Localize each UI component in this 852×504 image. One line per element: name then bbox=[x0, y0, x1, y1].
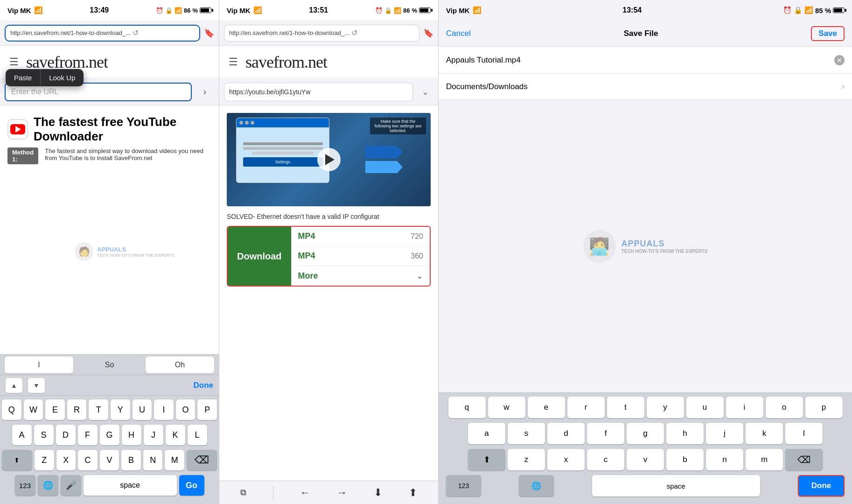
p3-key-x[interactable]: x bbox=[547, 449, 585, 470]
forward-button[interactable]: → bbox=[337, 487, 347, 499]
key-j[interactable]: J bbox=[144, 425, 163, 445]
download-box[interactable]: Download MP4 720 MP4 360 More ⌄ bbox=[227, 226, 431, 287]
paste-popup[interactable]: Paste Look Up bbox=[6, 69, 84, 86]
reload-icon-2[interactable]: ↺ bbox=[351, 28, 357, 37]
directory-chevron-icon[interactable]: › bbox=[842, 82, 845, 91]
cancel-button[interactable]: Cancel bbox=[446, 29, 471, 38]
p3-key-globe[interactable]: 🌐 bbox=[519, 475, 554, 497]
tabs-icon[interactable]: ⧉ bbox=[240, 488, 246, 497]
done-link-1[interactable]: Done bbox=[194, 381, 214, 390]
key-r[interactable]: R bbox=[67, 399, 87, 420]
filename-input[interactable]: Appauls Tutorial.mp4 bbox=[446, 56, 829, 65]
key-go[interactable]: Go bbox=[179, 475, 204, 496]
keyboard-1[interactable]: I So Oh ▲ ▼ Done Q W E R T Y U I O bbox=[0, 354, 219, 504]
reload-icon-1[interactable]: ↺ bbox=[133, 28, 139, 37]
save-button[interactable]: Save bbox=[811, 26, 845, 41]
p3-keyboard[interactable]: q w e r t y u i o p a s d f g h j k bbox=[439, 392, 852, 504]
nav-down-button[interactable]: ▼ bbox=[28, 378, 45, 393]
key-v[interactable]: V bbox=[100, 450, 119, 470]
filename-row[interactable]: Appauls Tutorial.mp4 ✕ bbox=[439, 47, 852, 74]
key-t[interactable]: T bbox=[89, 399, 108, 420]
key-a[interactable]: A bbox=[12, 425, 32, 445]
key-p[interactable]: P bbox=[197, 399, 217, 420]
key-s[interactable]: S bbox=[34, 425, 54, 445]
key-m[interactable]: M bbox=[165, 450, 184, 470]
key-b[interactable]: B bbox=[121, 450, 141, 470]
hamburger-menu-2[interactable]: ☰ bbox=[229, 56, 238, 68]
paste-button[interactable]: Paste bbox=[6, 69, 41, 86]
p2-url-row[interactable]: https://youtu.be/ojfiG1ytuYw ⌄ bbox=[219, 78, 438, 105]
bookmark-icon-1[interactable]: 🔖 bbox=[204, 28, 214, 38]
key-f[interactable]: F bbox=[78, 425, 98, 445]
p3-key-i[interactable]: i bbox=[726, 397, 763, 418]
key-mic[interactable]: 🎤 bbox=[61, 475, 81, 496]
bookmark-icon-2[interactable]: 🔖 bbox=[423, 28, 433, 38]
download-nav-button[interactable]: ⬇ bbox=[374, 487, 382, 499]
p3-key-j[interactable]: j bbox=[706, 423, 743, 444]
p2-nav-bar[interactable]: ⧉ ← → ⬇ ⬆ bbox=[219, 481, 438, 504]
url-arrow-button-1[interactable]: › bbox=[196, 83, 214, 101]
address-bar-2[interactable]: http://en.savefrom.net/1-how-to-download… bbox=[219, 21, 438, 46]
p3-key-y[interactable]: y bbox=[647, 397, 684, 418]
p3-key-n[interactable]: n bbox=[706, 449, 743, 470]
p3-key-h[interactable]: h bbox=[666, 423, 704, 444]
key-q[interactable]: Q bbox=[2, 399, 21, 420]
p3-key-s[interactable]: s bbox=[508, 423, 545, 444]
back-button[interactable]: ← bbox=[300, 487, 310, 499]
key-g[interactable]: G bbox=[100, 425, 119, 445]
key-w[interactable]: W bbox=[24, 399, 43, 420]
p2-url-box[interactable]: https://youtu.be/ojfiG1ytuYw bbox=[224, 83, 413, 101]
suggestion-i[interactable]: I bbox=[5, 357, 73, 373]
download-option-mp4-720[interactable]: MP4 720 bbox=[292, 227, 430, 246]
suggestion-so[interactable]: So bbox=[75, 357, 144, 373]
key-x[interactable]: X bbox=[56, 450, 76, 470]
video-thumbnail[interactable]: Settings Make sure that the following tw… bbox=[227, 113, 431, 206]
play-button[interactable] bbox=[317, 148, 341, 171]
p3-key-t[interactable]: t bbox=[607, 397, 644, 418]
key-u[interactable]: U bbox=[133, 399, 152, 420]
key-delete[interactable]: ⌫ bbox=[187, 450, 217, 470]
key-c[interactable]: C bbox=[78, 450, 98, 470]
key-e[interactable]: E bbox=[45, 399, 65, 420]
directory-row[interactable]: Documents/Downloads › bbox=[439, 74, 852, 100]
p3-key-l[interactable]: l bbox=[785, 423, 823, 444]
key-h[interactable]: H bbox=[122, 425, 141, 445]
p3-key-a[interactable]: a bbox=[468, 423, 505, 444]
download-more-option[interactable]: More ⌄ bbox=[292, 266, 430, 286]
p3-key-delete[interactable]: ⌫ bbox=[785, 449, 823, 470]
download-button[interactable]: Download bbox=[228, 227, 291, 286]
p3-key-c[interactable]: c bbox=[587, 449, 624, 470]
p3-key-q[interactable]: q bbox=[448, 397, 486, 418]
p3-key-b[interactable]: b bbox=[666, 449, 704, 470]
p3-done-button[interactable]: Done bbox=[798, 475, 845, 497]
p3-key-v[interactable]: v bbox=[627, 449, 664, 470]
address-input-2[interactable]: http://en.savefrom.net/1-how-to-download… bbox=[224, 25, 419, 42]
hamburger-menu-1[interactable]: ☰ bbox=[9, 56, 19, 68]
lookup-button[interactable]: Look Up bbox=[41, 69, 84, 86]
key-123[interactable]: 123 bbox=[15, 475, 35, 496]
key-i[interactable]: I bbox=[154, 399, 174, 420]
nav-up-button[interactable]: ▲ bbox=[6, 378, 22, 393]
p3-key-z[interactable]: z bbox=[508, 449, 545, 470]
p3-key-k[interactable]: k bbox=[746, 423, 783, 444]
p3-key-u[interactable]: u bbox=[686, 397, 724, 418]
key-y[interactable]: Y bbox=[111, 399, 130, 420]
p3-key-w[interactable]: w bbox=[488, 397, 525, 418]
address-bar-1[interactable]: http://en.savefrom.net/1-how-to-download… bbox=[0, 21, 219, 46]
key-o[interactable]: O bbox=[176, 399, 196, 420]
p3-key-d[interactable]: d bbox=[547, 423, 585, 444]
p3-key-space[interactable]: space bbox=[592, 475, 760, 497]
p3-key-shift[interactable]: ⬆ bbox=[468, 449, 505, 470]
key-globe[interactable]: 🌐 bbox=[38, 475, 58, 496]
key-k[interactable]: K bbox=[166, 425, 185, 445]
p3-key-m[interactable]: m bbox=[746, 449, 783, 470]
key-space[interactable]: space bbox=[84, 475, 177, 496]
p3-key-e[interactable]: e bbox=[528, 397, 565, 418]
key-n[interactable]: N bbox=[143, 450, 163, 470]
share-button[interactable]: ⬆ bbox=[409, 487, 417, 499]
p3-key-r[interactable]: r bbox=[567, 397, 605, 418]
p3-key-p[interactable]: p bbox=[805, 397, 843, 418]
p3-key-123[interactable]: 123 bbox=[446, 475, 481, 497]
suggestion-oh[interactable]: Oh bbox=[146, 357, 214, 373]
key-l[interactable]: L bbox=[188, 425, 207, 445]
